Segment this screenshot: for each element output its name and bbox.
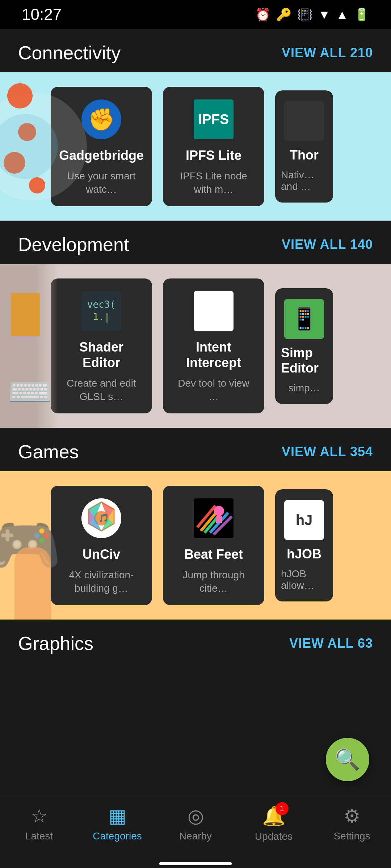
updates-label: Updates — [255, 831, 293, 842]
shader-desc: Create and edit GLSL s… — [59, 377, 143, 403]
intent-icon-container: ℹ — [192, 289, 235, 333]
hand-decor — [14, 547, 51, 620]
nav-settings[interactable]: ⚙ Settings — [313, 805, 391, 842]
app-card-gadgetbridge[interactable]: ✊ Gadgetbridge Use your smart watc… — [51, 87, 152, 206]
bottom-indicator — [159, 862, 232, 865]
nav-latest[interactable]: ☆ Latest — [0, 805, 78, 842]
categories-icon: ▦ — [109, 805, 126, 827]
beatfeet-name: Beat Feet — [184, 546, 243, 562]
unciv-icon-container: 🎵 — [80, 497, 123, 540]
connectivity-view-all[interactable]: VIEW ALL 210 — [282, 45, 373, 60]
gadgetbridge-desc: Use your smart watc… — [59, 170, 143, 196]
beatfeet-desc: Jump through citie… — [172, 569, 256, 595]
wifi-icon: ▼ — [318, 8, 331, 22]
gadgetbridge-icon: ✊ — [81, 99, 121, 139]
games-bg: 🎮 — [0, 471, 391, 620]
battery-icon: 🔋 — [354, 7, 369, 22]
connectivity-title: Connectivity — [18, 42, 121, 64]
nav-nearby[interactable]: ◎ Nearby — [156, 805, 235, 842]
ipfs-icon-container: IPFS — [192, 98, 235, 141]
decor-dot-1 — [7, 83, 33, 109]
simp-name: Simp Editor — [281, 345, 327, 376]
settings-icon: ⚙ — [344, 805, 361, 827]
development-section: ⌨️ vec3( 1.| Shader Editor Create and ed… — [0, 264, 391, 428]
shader-name: Shader Editor — [59, 339, 143, 370]
games-title: Games — [18, 441, 79, 463]
development-header: Development VIEW ALL 140 — [0, 221, 391, 264]
nav-categories[interactable]: ▦ Categories — [78, 805, 156, 842]
unciv-icon: 🎵 — [81, 498, 121, 538]
beatfeet-icon — [194, 498, 234, 538]
latest-icon: ☆ — [31, 805, 48, 827]
latest-label: Latest — [25, 830, 53, 842]
unciv-name: UnCiv — [83, 546, 120, 562]
svg-rect-17 — [216, 516, 222, 523]
status-bar: 10:27 ⏰ 🔑 📳 ▼ ▲ 🔋 — [0, 0, 391, 29]
updates-badge-container: 🔔 1 — [262, 805, 286, 827]
app-card-hjob[interactable]: hJ hJOB hJOB allow… — [275, 489, 333, 601]
hjob-icon: hJ — [284, 500, 324, 540]
app-card-thor[interactable]: Thor Nativ… and … — [275, 90, 333, 203]
ipfs-name: IPFS Lite — [186, 148, 241, 163]
vibrate-icon: 📳 — [297, 7, 312, 22]
games-section: 🎮 — [0, 471, 391, 620]
beatfeet-icon-container — [192, 497, 235, 540]
development-title: Development — [18, 234, 129, 255]
app-card-simp[interactable]: 📱 Simp Editor simp… — [275, 288, 333, 404]
app-card-intent[interactable]: ℹ Intent Intercept Dev tool to view … — [163, 278, 264, 413]
hjob-name: hJOB — [287, 546, 321, 562]
app-card-beatfeet[interactable]: Beat Feet Jump through citie… — [163, 486, 264, 605]
search-fab-icon: 🔍 — [335, 748, 360, 771]
simp-desc: simp… — [288, 382, 320, 394]
signal-icon: ▲ — [336, 8, 348, 22]
connectivity-bg: ✊ Gadgetbridge Use your smart watc… IPFS… — [0, 72, 391, 221]
simp-icon: 📱 — [284, 299, 324, 339]
intent-name: Intent Intercept — [172, 339, 256, 370]
shader-icon-container: vec3( 1.| — [80, 289, 123, 333]
thor-desc: Nativ… and … — [281, 169, 327, 192]
connectivity-section: ✊ Gadgetbridge Use your smart watc… IPFS… — [0, 72, 391, 221]
nearby-label: Nearby — [179, 830, 212, 842]
thor-icon — [284, 101, 324, 141]
hands-decor: ⌨️ — [7, 371, 52, 413]
categories-label: Categories — [93, 830, 142, 842]
alarm-icon: ⏰ — [255, 7, 270, 22]
thor-name: Thor — [290, 148, 319, 163]
games-header: Games VIEW ALL 354 — [0, 428, 391, 471]
development-view-all[interactable]: VIEW ALL 140 — [282, 237, 373, 252]
hjob-desc: hJOB allow… — [281, 568, 327, 591]
status-icons: ⏰ 🔑 📳 ▼ ▲ 🔋 — [255, 7, 369, 22]
arm-decor — [11, 293, 40, 336]
app-card-ipfs[interactable]: IPFS IPFS Lite IPFS Lite node with m… — [163, 87, 264, 206]
graphics-view-all[interactable]: VIEW ALL 63 — [289, 636, 373, 651]
connectivity-header: Connectivity VIEW ALL 210 — [0, 29, 391, 72]
nav-updates[interactable]: 🔔 1 Updates — [235, 805, 313, 842]
bottom-nav: ☆ Latest ▦ Categories ◎ Nearby 🔔 1 Updat… — [0, 796, 391, 868]
intent-icon: ℹ — [194, 291, 234, 331]
globe-decor — [0, 114, 58, 179]
search-fab[interactable]: 🔍 — [326, 738, 369, 781]
app-card-unciv[interactable]: 🎵 UnCiv 4X civilization-building g… — [51, 486, 152, 605]
development-bg: ⌨️ vec3( 1.| Shader Editor Create and ed… — [0, 264, 391, 428]
ipfs-icon: IPFS — [194, 99, 234, 139]
intent-desc: Dev tool to view … — [172, 377, 256, 403]
gadgetbridge-icon-container: ✊ — [80, 98, 123, 141]
bottom-spacer — [0, 663, 391, 743]
updates-badge: 1 — [276, 802, 289, 815]
settings-label: Settings — [333, 830, 370, 842]
ipfs-desc: IPFS Lite node with m… — [172, 170, 256, 196]
games-view-all[interactable]: VIEW ALL 354 — [282, 444, 373, 459]
gadgetbridge-name: Gadgetbridge — [59, 148, 144, 163]
nearby-icon: ◎ — [188, 805, 204, 827]
unciv-desc: 4X civilization-building g… — [59, 569, 143, 595]
svg-point-16 — [214, 506, 224, 516]
svg-rect-10 — [194, 498, 234, 538]
app-card-shader[interactable]: vec3( 1.| Shader Editor Create and edit … — [51, 278, 152, 413]
status-time: 10:27 — [22, 5, 62, 24]
key-icon: 🔑 — [276, 7, 291, 22]
svg-text:🎵: 🎵 — [98, 513, 109, 523]
decor-dot-4 — [29, 177, 45, 193]
graphics-title: Graphics — [18, 633, 93, 654]
shader-icon: vec3( 1.| — [81, 291, 121, 331]
graphics-header: Graphics VIEW ALL 63 — [0, 620, 391, 663]
